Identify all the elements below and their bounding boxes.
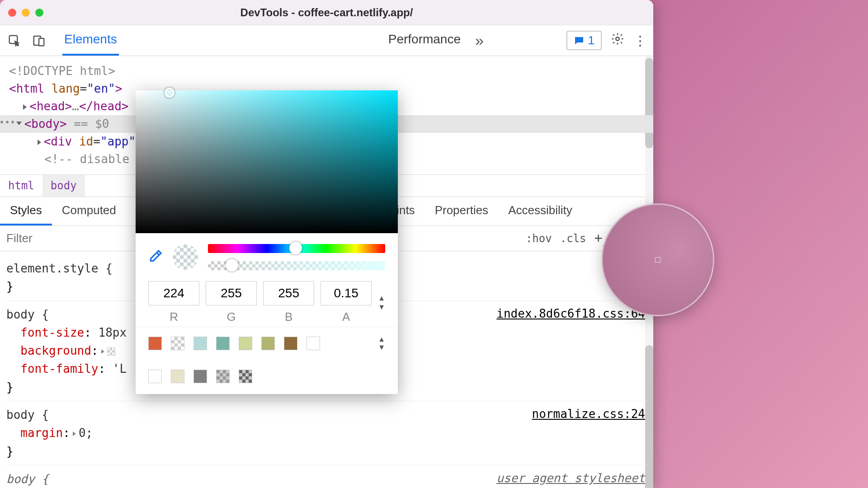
swatch[interactable] bbox=[171, 370, 184, 383]
ua-label: user agent stylesheet bbox=[496, 469, 645, 487]
swatch[interactable] bbox=[148, 370, 162, 383]
issues-count: 1 bbox=[588, 33, 594, 47]
format-switch-icon[interactable]: ▲▼ bbox=[378, 294, 385, 311]
color-preview-swatch bbox=[173, 244, 198, 270]
rule-user-agent[interactable]: user agent stylesheet body { display: bl… bbox=[6, 465, 647, 488]
color-swatch-icon[interactable] bbox=[107, 347, 115, 356]
tab-styles[interactable]: Styles bbox=[0, 197, 52, 225]
devtools-window: DevTools - coffee-cart.netlify.app/ Elem… bbox=[0, 0, 653, 488]
issues-badge[interactable]: 1 bbox=[566, 31, 602, 50]
window-title: DevTools - coffee-cart.netlify.app/ bbox=[241, 6, 413, 19]
settings-icon[interactable] bbox=[611, 32, 624, 49]
panel-tabs: Elements Performance bbox=[62, 26, 462, 56]
swatch[interactable] bbox=[171, 337, 184, 350]
swatch[interactable] bbox=[216, 337, 230, 350]
more-options-icon[interactable]: ⋮ bbox=[633, 33, 647, 48]
titlebar: DevTools - coffee-cart.netlify.app/ bbox=[0, 0, 653, 25]
svg-point-3 bbox=[616, 37, 619, 41]
main-toolbar: Elements Performance » 1 ⋮ bbox=[0, 25, 653, 56]
tab-properties[interactable]: Properties bbox=[425, 197, 499, 225]
b-input[interactable] bbox=[263, 281, 314, 305]
hov-toggle[interactable]: :hov bbox=[526, 232, 552, 245]
eyedropper-loupe[interactable] bbox=[601, 203, 714, 316]
swatch[interactable] bbox=[193, 370, 207, 383]
crumb-body[interactable]: body bbox=[42, 175, 85, 197]
crumb-html[interactable]: html bbox=[0, 175, 42, 197]
swatch[interactable] bbox=[193, 337, 207, 350]
minimize-window-icon[interactable] bbox=[22, 9, 30, 17]
swatch[interactable] bbox=[239, 370, 252, 383]
device-toolbar-icon[interactable] bbox=[31, 33, 47, 49]
swatch[interactable] bbox=[216, 370, 230, 383]
eyedropper-icon[interactable] bbox=[148, 249, 163, 265]
swatch[interactable] bbox=[284, 337, 297, 350]
sv-picker-handle[interactable] bbox=[165, 88, 175, 98]
source-link[interactable]: index.8d6c6f18.css:64 bbox=[496, 305, 645, 323]
swatch[interactable] bbox=[261, 337, 275, 350]
hue-thumb[interactable] bbox=[289, 242, 302, 254]
swatch[interactable] bbox=[148, 337, 162, 350]
swatch[interactable] bbox=[307, 337, 320, 350]
elements-panel: <!DOCTYPE html> <html lang="en"> <head>…… bbox=[0, 56, 653, 488]
scrollbar[interactable] bbox=[645, 58, 653, 148]
svg-rect-2 bbox=[39, 38, 44, 46]
tab-elements[interactable]: Elements bbox=[62, 26, 119, 56]
alpha-slider[interactable] bbox=[208, 261, 385, 270]
r-input[interactable] bbox=[148, 281, 199, 305]
dom-doctype[interactable]: <!DOCTYPE html> bbox=[9, 62, 644, 80]
g-input[interactable] bbox=[206, 281, 257, 305]
tab-performance[interactable]: Performance bbox=[387, 26, 462, 56]
source-link[interactable]: normalize.css:24 bbox=[532, 405, 645, 423]
close-window-icon[interactable] bbox=[8, 9, 16, 17]
alpha-thumb[interactable] bbox=[226, 259, 238, 272]
cls-toggle[interactable]: .cls bbox=[560, 232, 586, 245]
rule-normalize-css[interactable]: normalize.css:24 body { margin:0; } bbox=[6, 401, 647, 465]
hue-slider[interactable] bbox=[208, 244, 385, 253]
message-icon bbox=[574, 35, 585, 46]
color-picker-popover: R G B A ▲▼ ▲▼ bbox=[136, 90, 398, 394]
window-controls bbox=[8, 9, 43, 17]
tab-accessibility[interactable]: Accessibility bbox=[498, 197, 582, 225]
swatch[interactable] bbox=[239, 337, 252, 350]
more-tabs-icon[interactable]: » bbox=[471, 32, 488, 49]
palette-switch-icon[interactable]: ▲▼ bbox=[378, 335, 385, 352]
palette-swatches: ▲▼ bbox=[136, 327, 398, 394]
saturation-value-field[interactable] bbox=[136, 90, 398, 233]
a-input[interactable] bbox=[321, 281, 372, 305]
tab-computed[interactable]: Computed bbox=[52, 197, 126, 225]
zoom-window-icon[interactable] bbox=[35, 9, 43, 17]
inspect-element-icon[interactable] bbox=[6, 33, 23, 49]
